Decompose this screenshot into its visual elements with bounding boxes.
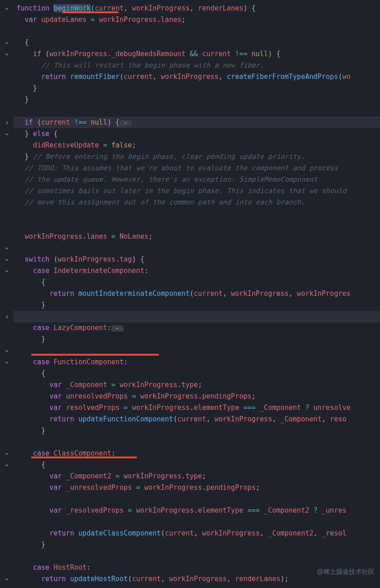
code-line[interactable] [14,220,380,231]
token-var: workInProgress [136,506,194,514]
code-line[interactable]: var _Component2 = workInProgress.type; [14,471,380,482]
code-line[interactable]: } [14,299,380,311]
token-punct: : [124,358,128,366]
code-line[interactable]: return updateClassComponent(current, wor… [14,528,380,539]
code-line[interactable]: var resolvedProps = workInProgress.eleme… [14,402,380,414]
code-line[interactable]: { [14,37,380,48]
code-line[interactable]: return remountFiber(current, workInProgr… [14,71,380,83]
code-line[interactable]: } [14,334,380,345]
gutter-blank [0,379,14,391]
token-plain [16,381,49,389]
token-punct: . [181,472,185,480]
token-var: elementType [198,506,243,514]
token-plain [116,381,120,389]
token-op: !== [235,50,248,58]
code-line[interactable]: // sometimes bails out later in the begi… [14,185,380,197]
token-var: tag [120,255,132,263]
code-line[interactable]: { [14,368,380,379]
token-plain: } [16,95,29,104]
code-line[interactable] [14,551,380,562]
code-line[interactable]: // the update queue. However, there's an… [14,174,380,185]
code-line[interactable]: { [14,459,380,471]
token-op: = [103,141,107,149]
code-line[interactable] [14,26,380,37]
token-plain: { [16,369,45,378]
code-line[interactable]: var _Component = workInProgress.type; [14,379,380,391]
code-line[interactable]: didReceiveUpdate = false; [14,140,380,151]
token-plain: } [16,130,33,138]
code-line[interactable] [14,311,380,322]
code-line[interactable]: if (current !== null) { ⋯ [14,117,380,128]
code-line[interactable]: var _unresolvedProps = workInProgress.pe… [14,482,380,493]
code-line[interactable]: var _resolvedProps = workInProgress.elem… [14,505,380,516]
token-plain [120,472,124,480]
code-line[interactable] [14,105,380,117]
token-var: workInProgress [161,73,218,81]
fold-chevron-down-icon[interactable] [0,37,14,48]
code-line[interactable]: } [14,425,380,436]
gutter-blank [0,26,14,37]
code-line[interactable]: return updateFunctionComponent(current, … [14,414,380,425]
token-kw: switch [25,255,49,263]
token-var: _Component2 [264,506,309,514]
token-op: = [111,381,116,389]
token-var: workInProgress [231,289,289,298]
code-line[interactable]: switch (workInProgress.tag) { [14,254,380,265]
code-line[interactable]: } // Before entering the begin phase, cl… [14,151,380,163]
code-line[interactable]: var unresolvedProps = workInProgress.pen… [14,391,380,402]
fold-chevron-down-icon[interactable] [0,254,14,265]
token-var: elementType [194,404,239,412]
code-line[interactable]: } [14,539,380,551]
token-plain [132,506,136,514]
token-plain [124,506,128,514]
fold-chevron-down-icon[interactable] [0,573,14,585]
code-line[interactable]: { [14,277,380,288]
gutter-blank [0,83,14,94]
code-line[interactable]: case IndeterminateComponent: [14,265,380,277]
token-var: current [132,575,161,583]
code-line[interactable] [14,493,380,505]
fold-chevron-right-icon[interactable] [0,311,14,322]
token-punct: ( [128,575,132,583]
token-op: = [111,232,116,241]
code-line[interactable]: // move this assignment out of the commo… [14,197,380,208]
code-area[interactable]: function beginWork(current, workInProgre… [14,0,380,588]
fold-chevron-down-icon[interactable] [0,3,14,14]
fold-chevron-down-icon[interactable] [0,448,14,459]
code-line[interactable]: // TODO: This assumes that we're about t… [14,163,380,174]
code-line[interactable]: return mountIndeterminateComponent(curre… [14,288,380,299]
token-plain [16,404,49,412]
code-line[interactable]: workInProgress.lanes = NoLanes; [14,231,380,242]
code-line[interactable]: } else { [14,128,380,140]
fold-chevron-down-icon[interactable] [0,48,14,60]
code-line[interactable]: case LazyComponent: ⋯ [14,322,380,334]
fold-chevron-down-icon[interactable] [0,357,14,368]
token-fn: updateFunctionComponent [78,415,173,423]
fold-chevron-down-icon[interactable] [0,459,14,471]
code-line[interactable] [14,242,380,254]
token-plain: } [16,301,45,309]
token-plain [16,392,49,400]
gutter-blank [0,277,14,288]
fold-chevron-down-icon[interactable] [0,242,14,254]
code-line[interactable]: case FunctionComponent: [14,357,380,368]
fold-chevron-down-icon[interactable] [0,128,14,140]
fold-chevron-down-icon[interactable] [0,345,14,357]
fold-chevron-down-icon[interactable] [0,265,14,277]
token-plain [16,324,33,332]
token-punct: { [49,130,58,138]
code-line[interactable] [14,516,380,528]
token-var: NoLanes [120,232,148,241]
code-line[interactable] [14,208,380,220]
code-line[interactable]: var updateLanes = workInProgress.lanes; [14,14,380,26]
code-line[interactable] [14,436,380,448]
fold-chevron-right-icon[interactable] [0,117,14,128]
code-line[interactable]: // This will restart the begin phase wit… [14,60,380,71]
token-const: false [111,141,132,149]
code-line[interactable]: } [14,83,380,94]
code-line[interactable]: if (workInProgress._debugNeedsRemount &&… [14,48,380,60]
token-op: === [243,404,256,412]
token-var: workInProgress [132,404,190,412]
code-line[interactable]: } [14,94,380,105]
token-punct: , [190,4,198,12]
